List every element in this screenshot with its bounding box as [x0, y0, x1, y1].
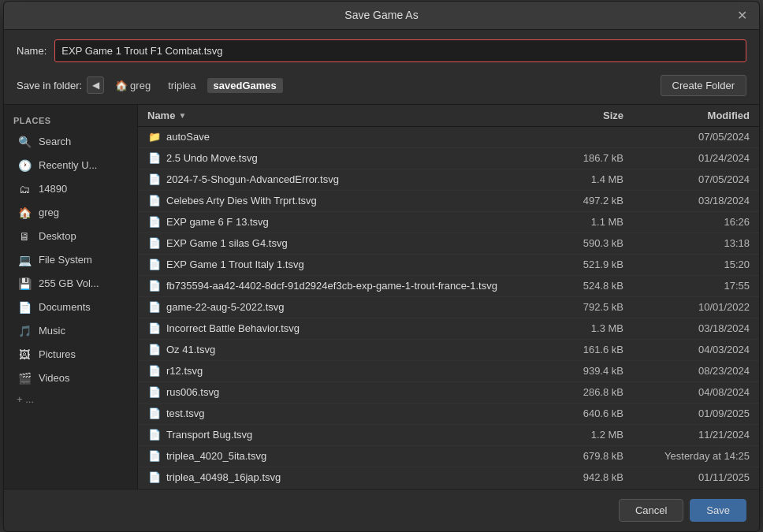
- file-name: 2.5 Undo Move.tsvg: [166, 152, 553, 164]
- sidebar-item-255gb[interactable]: 💾 255 GB Vol...: [7, 272, 134, 296]
- home-icon: 🏠: [17, 205, 32, 221]
- breadcrumb-home-label: greg: [130, 80, 151, 91]
- sidebar-section-label: Places: [4, 113, 137, 130]
- file-name: EXP Game 1 silas G4.tsvg: [166, 237, 553, 249]
- table-row[interactable]: 📄Incorrect Battle Behavior.tsvg1.3 MB03/…: [138, 318, 759, 340]
- create-folder-button[interactable]: Create Folder: [661, 75, 746, 96]
- sidebar-item-desktop[interactable]: 🖥 Desktop: [7, 225, 134, 248]
- file-modified: 04/08/2024: [623, 386, 750, 398]
- file-modified: 04/03/2024: [623, 344, 750, 355]
- column-size-label: Size: [603, 110, 623, 121]
- sidebar-item-filesystem[interactable]: 💻 File System: [7, 248, 134, 272]
- videos-icon: 🎬: [17, 370, 32, 386]
- sidebar-search-label: Search: [39, 136, 71, 147]
- table-row[interactable]: 📄test.tsvg640.6 kB01/09/2025: [138, 404, 759, 425]
- sidebar-videos-label: Videos: [39, 372, 70, 384]
- file-icon: 📄: [147, 471, 162, 485]
- table-row[interactable]: 📄Oz 41.tsvg161.6 kB04/03/2024: [138, 340, 759, 361]
- search-icon: 🔍: [17, 134, 32, 150]
- sidebar-255gb-label: 255 GB Vol...: [39, 277, 99, 289]
- titlebar: Save Game As ✕: [4, 2, 759, 30]
- file-name: fb735594-aa42-4402-8dcf-91d2924ef3cb-exp…: [166, 280, 553, 292]
- sidebar-item-documents[interactable]: 📄 Documents: [7, 296, 134, 319]
- breadcrumb-home[interactable]: 🏠 greg: [109, 77, 157, 93]
- table-row[interactable]: 📁autoSave07/05/2024: [138, 127, 759, 148]
- table-row[interactable]: 📄triplea_40498_16jap.tsvg942.8 kB01/11/2…: [138, 467, 759, 489]
- sidebar-greg-label: greg: [39, 206, 59, 218]
- file-list: 📁autoSave07/05/2024📄2.5 Undo Move.tsvg18…: [138, 127, 759, 489]
- file-modified: 16:26: [623, 216, 750, 228]
- sidebar-item-videos[interactable]: 🎬 Videos: [7, 366, 134, 390]
- sidebar-item-14890[interactable]: 🗂 14890: [7, 177, 134, 201]
- file-icon: 📄: [147, 173, 162, 187]
- table-row[interactable]: 📄2.5 Undo Move.tsvg186.7 kB01/24/2024: [138, 148, 759, 169]
- file-size: 1.1 MB: [553, 216, 623, 228]
- documents-icon: 📄: [17, 299, 32, 315]
- sidebar-filesystem-label: File System: [39, 254, 92, 266]
- back-button[interactable]: ◀: [87, 76, 104, 94]
- sidebar: Places 🔍 Search 🕐 Recently U... 🗂 14890 …: [4, 105, 138, 489]
- sidebar-item-pictures[interactable]: 🖼 Pictures: [7, 343, 134, 366]
- file-size: 1.2 MB: [553, 429, 623, 441]
- name-row: Name:: [4, 30, 759, 72]
- table-row[interactable]: 📄Celebes Arty Dies With Trprt.tsvg497.2 …: [138, 191, 759, 212]
- save-in-folder-label: Save in folder:: [17, 80, 82, 91]
- table-row[interactable]: 📄r12.tsvg939.4 kB08/23/2024: [138, 361, 759, 382]
- file-icon: 📄: [147, 364, 162, 378]
- file-table-header: Name ▼ Size Modified: [138, 105, 759, 127]
- file-name: game-22-aug-5-2022.tsvg: [166, 301, 553, 313]
- table-row[interactable]: 📄Transport Bug.tsvg1.2 MB11/21/2024: [138, 425, 759, 446]
- table-row[interactable]: 📄triplea_4020_5ita.tsvg679.8 kBYesterday…: [138, 446, 759, 467]
- sidebar-documents-label: Documents: [39, 301, 91, 313]
- file-modified: 03/18/2024: [623, 195, 750, 206]
- file-name: rus006.tsvg: [166, 386, 553, 398]
- file-icon: 📄: [147, 258, 162, 272]
- file-name: r12.tsvg: [166, 365, 553, 377]
- sidebar-item-recently[interactable]: 🕐 Recently U...: [7, 154, 134, 177]
- footer: Cancel Save: [4, 489, 759, 531]
- column-size[interactable]: Size: [553, 110, 623, 121]
- music-icon: 🎵: [17, 323, 32, 339]
- file-modified: 01/24/2024: [623, 152, 750, 164]
- column-name[interactable]: Name ▼: [147, 110, 553, 121]
- file-size: 939.4 kB: [553, 365, 623, 377]
- file-size: 679.8 kB: [553, 450, 623, 462]
- sidebar-desktop-label: Desktop: [39, 230, 76, 242]
- main-area: Places 🔍 Search 🕐 Recently U... 🗂 14890 …: [4, 104, 759, 489]
- table-row[interactable]: 📄2024-7-5-Shogun-AdvancedError.tsvg1.4 M…: [138, 169, 759, 191]
- table-row[interactable]: 📄EXP game 6 F 13.tsvg1.1 MB16:26: [138, 212, 759, 233]
- file-icon: 📄: [147, 215, 162, 229]
- file-icon: 📄: [147, 279, 162, 293]
- close-button[interactable]: ✕: [732, 6, 751, 24]
- sidebar-item-music[interactable]: 🎵 Music: [7, 319, 134, 343]
- breadcrumb-triplea[interactable]: triplea: [162, 78, 202, 93]
- save-dialog: Save Game As ✕ Name: Save in folder: ◀ 🏠…: [3, 1, 760, 532]
- file-name: Oz 41.tsvg: [166, 344, 553, 355]
- table-row[interactable]: 📄EXP Game 1 silas G4.tsvg590.3 kB13:18: [138, 233, 759, 255]
- file-modified: 01/09/2025: [623, 407, 750, 419]
- table-row[interactable]: 📄rus006.tsvg286.8 kB04/08/2024: [138, 382, 759, 404]
- sidebar-add-row[interactable]: + ...: [7, 390, 134, 408]
- breadcrumb-savedgames[interactable]: savedGames: [207, 78, 283, 93]
- file-size: 186.7 kB: [553, 152, 623, 164]
- folder-icon: 🗂: [17, 181, 32, 197]
- file-area: Name ▼ Size Modified 📁autoSave07/05/2024…: [138, 105, 759, 489]
- file-modified: 07/05/2024: [623, 173, 750, 185]
- sidebar-item-search[interactable]: 🔍 Search: [7, 130, 134, 154]
- sidebar-add-label: + ...: [17, 393, 34, 405]
- cancel-button[interactable]: Cancel: [619, 499, 683, 522]
- filename-input[interactable]: [54, 39, 746, 62]
- sidebar-item-greg[interactable]: 🏠 greg: [7, 201, 134, 225]
- save-button[interactable]: Save: [690, 499, 746, 522]
- file-icon: 📄: [147, 428, 162, 442]
- table-row[interactable]: 📄game-22-aug-5-2022.tsvg792.5 kB10/01/20…: [138, 297, 759, 318]
- table-row[interactable]: 📄EXP Game 1 Trout Italy 1.tsvg521.9 kB15…: [138, 255, 759, 276]
- file-modified: 13:18: [623, 237, 750, 249]
- column-modified[interactable]: Modified: [623, 110, 750, 121]
- file-size: 161.6 kB: [553, 344, 623, 355]
- table-row[interactable]: 📄fb735594-aa42-4402-8dcf-91d2924ef3cb-ex…: [138, 276, 759, 297]
- file-icon: 📄: [147, 449, 162, 463]
- file-modified: 15:20: [623, 259, 750, 270]
- file-modified: 08/23/2024: [623, 365, 750, 377]
- column-name-label: Name: [147, 110, 175, 121]
